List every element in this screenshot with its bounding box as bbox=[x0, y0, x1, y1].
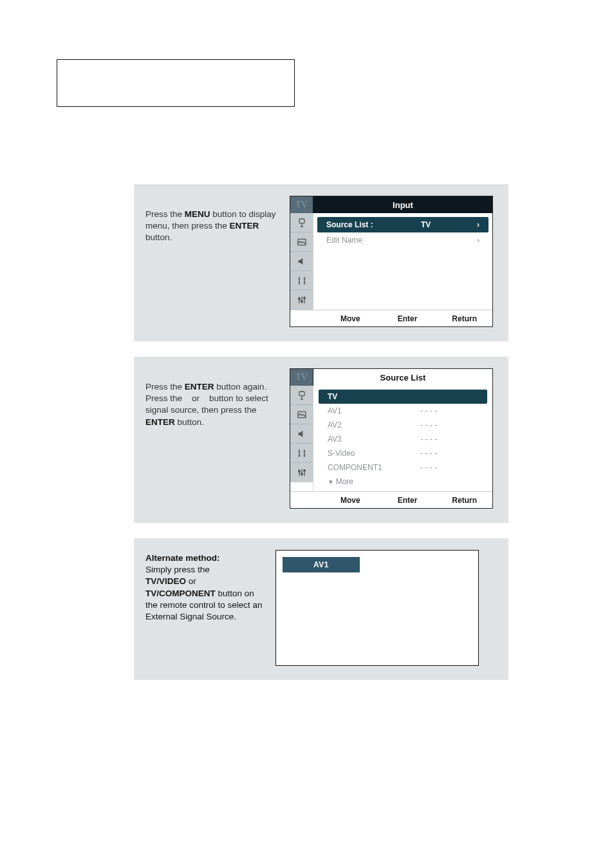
osd-title: Input bbox=[313, 196, 492, 213]
source-list-row[interactable]: Source List : TV › bbox=[317, 217, 488, 232]
input-icon bbox=[290, 386, 313, 405]
osd2-tv-tab: TV bbox=[290, 369, 313, 386]
picture-icon bbox=[290, 405, 313, 424]
osd-body: Source List : TV › Edit Name › bbox=[290, 213, 492, 310]
list-item[interactable]: COMPONENT1 - - - - bbox=[319, 460, 487, 475]
sound-icon bbox=[290, 252, 313, 271]
footer-return: Return bbox=[440, 314, 488, 323]
osd-tv-tab: TV bbox=[290, 196, 313, 213]
src-dots: - - - - bbox=[420, 406, 437, 415]
osd-input: TV Input bbox=[290, 196, 493, 327]
alt-b1: TV/VIDEO bbox=[145, 576, 186, 586]
source-list-value: TV bbox=[421, 220, 460, 229]
chevron-right-icon: › bbox=[477, 236, 479, 245]
osd2-title: Source List bbox=[313, 369, 492, 386]
osd-header: TV Input bbox=[290, 196, 492, 213]
step-1: Press the MENU button to display menu, t… bbox=[134, 184, 508, 341]
step-2: Press the ENTER button again. Press the … bbox=[134, 357, 508, 523]
footer-move: Move bbox=[326, 314, 375, 323]
section-title-box bbox=[57, 59, 295, 107]
more-indicator: ▼ More bbox=[319, 475, 487, 490]
s2or: or bbox=[192, 393, 200, 403]
svg-point-4 bbox=[303, 297, 305, 299]
step-2-text: Press the ENTER button again. Press the … bbox=[145, 368, 281, 428]
steps-column: Press the MENU button to display menu, t… bbox=[134, 184, 508, 695]
src-dots: - - - - bbox=[420, 463, 437, 472]
s2d: Press the bbox=[145, 393, 185, 403]
src-dots: - - - - bbox=[420, 435, 437, 444]
svg-point-7 bbox=[298, 471, 300, 473]
src-name: COMPONENT1 bbox=[328, 463, 405, 472]
svg-point-9 bbox=[303, 469, 305, 471]
footer-return: Return bbox=[440, 496, 488, 505]
enter-word: ENTER bbox=[230, 221, 259, 231]
source-list-label: Source List : bbox=[326, 220, 404, 229]
list-item[interactable]: AV2 - - - - bbox=[319, 418, 487, 432]
t1a: Press the bbox=[145, 209, 185, 219]
step-alternate: Alternate method: Simply press the TV/VI… bbox=[134, 538, 508, 680]
alt-b2: TV/COMPONENT bbox=[145, 589, 216, 598]
setup-icon bbox=[290, 290, 313, 310]
blank-osd: AV1 bbox=[275, 550, 479, 666]
s2c: button again. bbox=[216, 382, 266, 392]
osd2-sidebar bbox=[290, 386, 313, 491]
input-icon bbox=[290, 213, 313, 232]
list-item[interactable]: AV1 - - - - bbox=[319, 404, 487, 418]
edit-name-row[interactable]: Edit Name › bbox=[320, 232, 486, 248]
src-name: AV2 bbox=[328, 420, 405, 429]
osd2-footer: Move Enter Return bbox=[290, 491, 492, 508]
src-dots: - - - - bbox=[420, 449, 437, 458]
alt-heading: Alternate method: bbox=[145, 553, 220, 563]
list-item[interactable]: S-Video - - - - bbox=[319, 446, 487, 460]
footer-enter: Enter bbox=[384, 496, 432, 505]
src-name: AV3 bbox=[328, 435, 405, 444]
list-item[interactable]: TV bbox=[319, 390, 487, 404]
s2a: Press the bbox=[145, 382, 185, 392]
svg-rect-5 bbox=[299, 392, 304, 396]
footer-move: Move bbox=[326, 496, 375, 505]
source-toast: AV1 bbox=[283, 557, 360, 572]
src-name: TV bbox=[328, 392, 405, 401]
t1c: button. bbox=[145, 232, 172, 242]
osd2-body: TV AV1 - - - - AV2 - - - - AV3 - - - - bbox=[290, 386, 492, 491]
s2enter1: ENTER bbox=[185, 382, 214, 392]
setup-icon bbox=[290, 463, 313, 482]
osd2-content: TV AV1 - - - - AV2 - - - - AV3 - - - - bbox=[313, 386, 492, 491]
more-label: More bbox=[336, 477, 353, 486]
channel-icon bbox=[290, 444, 313, 463]
channel-icon bbox=[290, 271, 313, 290]
osd-content: Source List : TV › Edit Name › bbox=[313, 213, 492, 310]
step-1-text: Press the MENU button to display menu, t… bbox=[145, 196, 281, 244]
src-dots: - - - - bbox=[420, 420, 437, 429]
alt-text: Alternate method: Simply press the TV/VI… bbox=[145, 550, 266, 623]
osd-footer: Move Enter Return bbox=[290, 310, 492, 326]
alt-a: Simply press the bbox=[145, 565, 210, 574]
osd-sidebar bbox=[290, 213, 313, 310]
edit-name-label: Edit Name bbox=[326, 236, 404, 245]
svg-point-8 bbox=[301, 473, 302, 475]
svg-point-3 bbox=[301, 301, 302, 303]
svg-rect-0 bbox=[299, 219, 304, 223]
osd-source-list: TV Source List bbox=[290, 368, 493, 509]
list-item[interactable]: AV3 - - - - bbox=[319, 432, 487, 446]
menu-word: MENU bbox=[185, 209, 210, 219]
svg-point-2 bbox=[298, 298, 300, 300]
picture-icon bbox=[290, 232, 313, 252]
osd2-header: TV Source List bbox=[290, 369, 492, 386]
s2f: button. bbox=[178, 417, 204, 427]
s2enter2: ENTER bbox=[145, 417, 175, 427]
src-name: AV1 bbox=[328, 406, 405, 415]
alt-or: or bbox=[189, 576, 196, 586]
src-name: S-Video bbox=[328, 449, 405, 458]
sound-icon bbox=[290, 424, 313, 444]
chevron-right-icon: › bbox=[477, 220, 479, 229]
footer-enter: Enter bbox=[384, 314, 432, 323]
